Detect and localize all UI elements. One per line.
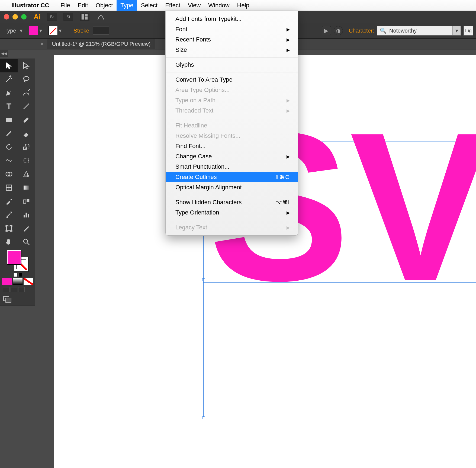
- menu-item-label: Smart Punctuation...: [175, 163, 229, 170]
- menu-item[interactable]: Smart Punctuation...: [166, 162, 298, 172]
- full-screen-icon[interactable]: [18, 287, 25, 292]
- menu-type[interactable]: Type: [117, 0, 137, 11]
- rotate-tool[interactable]: [0, 140, 18, 154]
- gradient-tool[interactable]: [18, 181, 35, 194]
- scale-tool[interactable]: [18, 140, 35, 154]
- full-menu-screen-icon[interactable]: [11, 287, 17, 292]
- type-tool[interactable]: [0, 100, 18, 113]
- menu-window[interactable]: Window: [204, 0, 233, 11]
- menu-item[interactable]: Convert To Area Type: [166, 75, 298, 85]
- color-mode-button[interactable]: [2, 278, 12, 285]
- symbol-sprayer-tool[interactable]: [0, 208, 18, 222]
- nav-right-icon[interactable]: ▶: [322, 26, 331, 35]
- slice-tool[interactable]: [18, 222, 35, 235]
- magic-wand-tool[interactable]: [0, 72, 18, 86]
- swap-colors-icon[interactable]: [18, 273, 22, 277]
- stroke-weight-label[interactable]: Stroke:: [73, 28, 91, 34]
- type-options-icon[interactable]: ▾: [20, 27, 22, 34]
- app-name[interactable]: Illustrator CC: [11, 2, 49, 9]
- menu-item: Threaded Text▶: [166, 105, 298, 116]
- menu-effect[interactable]: Effect: [161, 0, 184, 11]
- menu-item[interactable]: Change Case▶: [166, 151, 298, 162]
- tools-collapse-icon[interactable]: ◀◀: [0, 50, 8, 57]
- document-tab[interactable]: Untitled-1* @ 213% (RGB/GPU Preview): [47, 39, 156, 49]
- mesh-tool[interactable]: [0, 181, 18, 194]
- direct-selection-tool[interactable]: [18, 59, 35, 72]
- menu-object[interactable]: Object: [92, 0, 117, 11]
- shape-builder-tool[interactable]: [0, 167, 18, 181]
- fill-swatch[interactable]: [29, 26, 38, 35]
- menu-item[interactable]: Create Outlines⇧⌘O: [166, 172, 298, 182]
- menu-edit[interactable]: Edit: [74, 0, 92, 11]
- stroke-weight-field[interactable]: [93, 27, 109, 35]
- menu-file[interactable]: File: [57, 0, 74, 11]
- menu-item[interactable]: Optical Margin Alignment: [166, 182, 298, 193]
- blend-tool[interactable]: [18, 194, 35, 208]
- selection-handle[interactable]: [202, 416, 205, 419]
- gradient-mode-button[interactable]: [12, 278, 22, 285]
- object-type-label: Type: [4, 28, 16, 34]
- menu-item[interactable]: Font▶: [166, 24, 298, 34]
- fill-indicator[interactable]: [7, 250, 21, 264]
- font-style-select[interactable]: Lig: [464, 26, 473, 36]
- normal-screen-icon[interactable]: [3, 287, 9, 292]
- stock-button[interactable]: St: [63, 13, 73, 21]
- menu-item[interactable]: Find Font...: [166, 141, 298, 151]
- gpu-performance-icon[interactable]: [96, 13, 106, 21]
- free-transform-tool[interactable]: [18, 154, 35, 167]
- menu-item[interactable]: Add Fonts from Typekit...: [166, 14, 298, 24]
- stroke-swatch[interactable]: [49, 26, 58, 35]
- bridge-button[interactable]: Br: [47, 13, 57, 21]
- curvature-tool[interactable]: [18, 86, 35, 100]
- chevron-down-icon[interactable]: ▾: [452, 26, 461, 35]
- selection-tool[interactable]: [0, 59, 18, 72]
- fill-stroke-indicator[interactable]: [7, 250, 28, 271]
- close-tab-icon[interactable]: ×: [41, 41, 44, 47]
- lasso-tool[interactable]: [18, 72, 35, 86]
- minimize-window-icon[interactable]: [12, 14, 18, 20]
- paintbrush-tool[interactable]: [18, 113, 35, 127]
- line-segment-tool[interactable]: [18, 100, 35, 113]
- svg-line-25: [27, 243, 30, 245]
- recolor-icon[interactable]: ◑: [334, 26, 343, 35]
- character-panel-label[interactable]: Character:: [349, 28, 374, 34]
- menu-item[interactable]: Show Hidden Characters⌥⌘I: [166, 197, 298, 207]
- perspective-grid-tool[interactable]: [18, 167, 35, 181]
- fill-dropdown-icon[interactable]: ▾: [39, 27, 42, 34]
- menu-item[interactable]: Glyphs: [166, 60, 298, 70]
- svg-line-6: [24, 104, 29, 109]
- pencil-tool[interactable]: [0, 127, 18, 140]
- menu-item[interactable]: Type Orientation▶: [166, 207, 298, 218]
- width-tool[interactable]: [0, 154, 18, 167]
- menu-item: Type on a Path▶: [166, 95, 298, 105]
- svg-rect-2: [85, 17, 88, 20]
- pen-tool[interactable]: [0, 86, 18, 100]
- menu-view[interactable]: View: [184, 0, 204, 11]
- arrange-documents-button[interactable]: [80, 13, 89, 21]
- menu-item-label: Find Font...: [175, 143, 205, 150]
- stroke-dropdown-icon[interactable]: ▾: [59, 27, 62, 34]
- artboard-tool[interactable]: [0, 222, 18, 235]
- svg-point-17: [6, 217, 7, 218]
- menu-item[interactable]: Recent Fonts▶: [166, 34, 298, 45]
- font-family-select[interactable]: 🔍 Noteworthy ▾: [377, 26, 461, 36]
- menu-help[interactable]: Help: [233, 0, 253, 11]
- default-colors-icon[interactable]: [14, 273, 17, 277]
- column-graph-tool[interactable]: [18, 208, 35, 222]
- close-window-icon[interactable]: [4, 14, 9, 20]
- none-mode-button[interactable]: [23, 278, 33, 285]
- rectangle-tool[interactable]: [0, 113, 18, 127]
- zoom-tool[interactable]: [18, 235, 35, 249]
- hand-tool[interactable]: [0, 235, 18, 249]
- zoom-window-icon[interactable]: [21, 14, 27, 20]
- illustrator-logo-icon: Ai: [34, 13, 41, 21]
- menu-item[interactable]: Size▶: [166, 45, 298, 55]
- menu-item-label: Convert To Area Type: [175, 76, 233, 83]
- eyedropper-tool[interactable]: [0, 194, 18, 208]
- submenu-arrow-icon: ▶: [287, 210, 290, 215]
- svg-marker-3: [6, 63, 11, 69]
- menu-select[interactable]: Select: [137, 0, 161, 11]
- change-screen-mode-icon[interactable]: [0, 293, 35, 306]
- menu-item: Legacy Text▶: [166, 222, 298, 233]
- eraser-tool[interactable]: [18, 127, 35, 140]
